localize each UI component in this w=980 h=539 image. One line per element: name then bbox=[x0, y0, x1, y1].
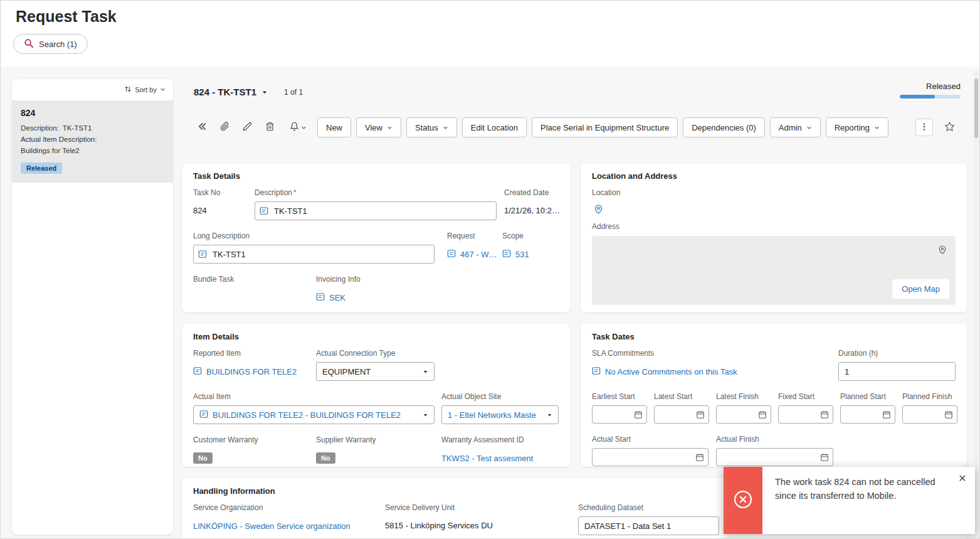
collapse-left-icon bbox=[198, 122, 207, 133]
delete-button[interactable] bbox=[261, 119, 278, 136]
calendar-icon bbox=[944, 410, 953, 419]
record-card-description-label: Description: bbox=[21, 124, 59, 132]
item-details-card: Item Details Reported Item BUILDINGS FOR… bbox=[182, 324, 571, 467]
reference-icon bbox=[447, 249, 456, 260]
toolbar-right bbox=[915, 119, 967, 136]
reported-item-link[interactable]: BUILDINGS FOR TELE2 bbox=[193, 362, 316, 381]
toast-body: The work task 824 can not be cancelled s… bbox=[762, 467, 975, 534]
warranty-assessment-link[interactable]: TKWS2 - Test assesment bbox=[441, 449, 533, 467]
record-card-description-value: TK-TST1 bbox=[63, 124, 92, 132]
earliest-start-label: Earliest Start bbox=[592, 392, 647, 401]
actual-connection-type-label: Actual Connection Type bbox=[316, 349, 435, 358]
task-no-label: Task No bbox=[193, 188, 255, 197]
duration-input[interactable] bbox=[838, 362, 956, 381]
dependencies-button[interactable]: Dependencies (0) bbox=[683, 117, 765, 137]
service-organization-link-label: LINKÖPING - Sweden Service organization bbox=[193, 521, 350, 531]
status-badge: Released bbox=[21, 163, 62, 174]
search-icon bbox=[24, 38, 34, 50]
actual-item-select[interactable]: BUILDINGS FOR TELE2 - BUILDINGS FOR TELE… bbox=[193, 405, 435, 424]
attachment-icon bbox=[220, 122, 229, 133]
chevron-down-icon bbox=[160, 86, 166, 93]
scheduling-dataset-input[interactable] bbox=[578, 516, 719, 535]
invoicing-info-link[interactable]: SEK bbox=[316, 288, 361, 307]
chevron-down-icon bbox=[806, 123, 812, 132]
address-map-box: Open Map bbox=[592, 236, 956, 305]
planned-finish-label: Planned Finish bbox=[902, 392, 957, 401]
planned-finish-input[interactable] bbox=[902, 405, 957, 424]
latest-finish-input[interactable] bbox=[716, 405, 771, 424]
favorite-button[interactable] bbox=[940, 119, 958, 136]
notifications-button[interactable] bbox=[283, 119, 312, 136]
scope-link[interactable]: 531 bbox=[502, 245, 529, 264]
sla-commitments-link[interactable]: No Active Commitments on this Task bbox=[592, 362, 737, 381]
sort-by-control[interactable]: Sort by bbox=[12, 79, 173, 100]
record-list-item[interactable]: 824 Description:TK-TST1 Actual Item Desc… bbox=[12, 100, 173, 183]
favorite-icon bbox=[944, 121, 955, 134]
chevron-down-icon bbox=[874, 123, 880, 132]
warranty-assessment-link-label: TKWS2 - Test assesment bbox=[441, 454, 533, 463]
record-pagination: 1 of 1 bbox=[284, 88, 303, 97]
actual-start-input[interactable] bbox=[592, 448, 709, 466]
scrollbar-thumb[interactable] bbox=[974, 78, 978, 138]
long-description-input[interactable] bbox=[193, 245, 435, 264]
description-input[interactable] bbox=[255, 201, 497, 220]
created-date-label: Created Date bbox=[504, 188, 560, 197]
required-marker: * bbox=[293, 188, 297, 197]
task-dates-title: Task Dates bbox=[592, 332, 956, 341]
new-button[interactable]: New bbox=[317, 117, 351, 137]
chevron-down-icon bbox=[387, 123, 393, 132]
task-details-title: Task Details bbox=[193, 171, 559, 181]
place-serial-button-label: Place Serial in Equipment Structure bbox=[540, 123, 669, 132]
actual-item-value: BUILDINGS FOR TELE2 - BUILDINGS FOR TELE… bbox=[213, 410, 418, 420]
status-button-label: Status bbox=[415, 123, 438, 132]
sla-commitments-link-label: No Active Commitments on this Task bbox=[605, 367, 737, 376]
duration-label: Duration (h) bbox=[838, 349, 956, 358]
admin-button[interactable]: Admin bbox=[770, 117, 821, 137]
latest-start-input[interactable] bbox=[654, 405, 709, 424]
invoicing-info-label: Invoicing Info bbox=[316, 275, 361, 284]
earliest-start-input[interactable] bbox=[592, 405, 647, 424]
task-no-value: 824 bbox=[193, 201, 255, 220]
request-label: Request bbox=[447, 232, 502, 240]
page-header: Request Task Search (1) bbox=[1, 1, 979, 67]
actual-item-label: Actual Item bbox=[193, 392, 435, 401]
service-delivery-unit-label: Service Delivery Unit bbox=[385, 503, 578, 512]
request-link[interactable]: 467 - W… bbox=[447, 245, 502, 264]
open-map-button[interactable]: Open Map bbox=[892, 279, 949, 299]
service-organization-label: Service Organization bbox=[193, 503, 385, 512]
search-button[interactable]: Search (1) bbox=[13, 34, 88, 54]
fixed-start-input[interactable] bbox=[778, 405, 833, 424]
bundle-task-label: Bundle Task bbox=[193, 275, 316, 284]
more-options-button[interactable] bbox=[915, 119, 933, 136]
search-button-label: Search (1) bbox=[39, 40, 77, 49]
status-button[interactable]: Status bbox=[406, 117, 457, 137]
actual-connection-type-select[interactable]: EQUIPMENT bbox=[316, 362, 435, 381]
toast-severity-panel bbox=[724, 467, 762, 534]
description-label: Description bbox=[255, 188, 292, 197]
place-serial-button[interactable]: Place Serial in Equipment Structure bbox=[532, 117, 678, 137]
calendar-icon bbox=[695, 453, 704, 462]
collapse-panel-button[interactable] bbox=[193, 119, 211, 136]
actual-object-site-select[interactable]: 1 - Eltel Networks Maste bbox=[441, 405, 559, 424]
record-selector-caret-icon[interactable] bbox=[261, 89, 268, 95]
calendar-icon bbox=[634, 410, 643, 419]
toast-close-button[interactable] bbox=[957, 473, 967, 485]
view-button[interactable]: View bbox=[356, 117, 401, 137]
record-header: 824 - TK-TST1 1 of 1 Released bbox=[182, 79, 967, 107]
supplier-warranty-value: No bbox=[316, 452, 335, 464]
reported-item-label: Reported Item bbox=[193, 349, 316, 358]
invoicing-info-link-label: SEK bbox=[329, 293, 345, 302]
reporting-button[interactable]: Reporting bbox=[826, 117, 888, 137]
service-organization-link[interactable]: LINKÖPING - Sweden Service organization bbox=[193, 516, 385, 535]
edit-location-button[interactable]: Edit Location bbox=[462, 117, 527, 137]
task-details-card: Task Details Task No 824 Description* bbox=[182, 163, 571, 312]
location-pin-icon[interactable] bbox=[593, 204, 604, 215]
sla-commitments-label: SLA Commitments bbox=[592, 349, 737, 358]
long-description-label: Long Description bbox=[193, 232, 435, 240]
edit-button[interactable] bbox=[238, 119, 256, 136]
actual-finish-input[interactable] bbox=[716, 448, 833, 466]
app-root: Request Task Search (1) Sort by 824 Desc… bbox=[0, 0, 980, 539]
service-delivery-unit-value: 5815 - Linköping Services DU bbox=[385, 516, 578, 535]
attachment-button[interactable] bbox=[216, 119, 233, 136]
planned-start-input[interactable] bbox=[840, 405, 895, 424]
